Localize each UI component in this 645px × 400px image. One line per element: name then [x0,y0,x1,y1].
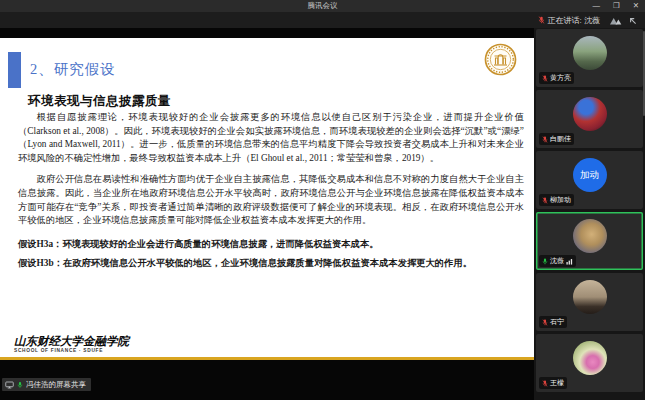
avatar [573,280,607,314]
close-button[interactable]: ✕ [633,0,639,12]
participant-name-chip: 王檬 [539,377,567,389]
avatar [573,36,607,70]
shared-screen-area: 2、研究假设 环境表现与信息披露质量 根据自愿披露理论，环境表现较好的企业会披露… [0,28,534,400]
avatar [573,341,607,375]
mic-muted-icon [542,75,548,82]
maximize-button[interactable]: ❐ [613,0,620,12]
collapse-arrow-icon[interactable] [628,16,637,25]
meeting-toolbar: 正在讲话: 沈薇 [0,12,645,28]
participant-tile[interactable]: 黄方亮 [536,29,643,87]
slide-section-title: 2、研究假设 [30,60,116,79]
toolbar-icons [609,15,637,25]
paragraph: 根据自愿披露理论，环境表现较好的企业会披露更多的环境信息以使自己区别于污染企业，… [18,111,524,165]
avatar [573,97,607,131]
window-titlebar: 腾讯会议 — ❐ ✕ [0,0,645,12]
speaking-indicator: 正在讲话: 沈薇 [538,15,600,26]
title-accent-block [8,52,21,88]
share-label: 冯佳浩的屏幕共享 [26,380,86,390]
participant-name-chip: 黄方亮 [539,72,574,84]
participant-name: 白鹏佳 [550,134,571,144]
avatar-initials: 加动 [580,169,599,182]
slide-gold-divider [0,357,534,361]
minimize-button[interactable]: — [592,0,600,12]
slide-body-text: 根据自愿披露理论，环境表现较好的企业会披露更多的环境信息以使自己区别于污染企业，… [18,111,524,273]
layout-icon[interactable] [609,15,622,25]
slide-footer: 山东财经大学金融学院 SCHOOL OF FINANCE · SDUFE [14,335,129,353]
participant-sidebar: 黄方亮 白鹏佳 加动 [534,28,645,400]
speaking-label: 正在讲话: 沈薇 [548,15,600,26]
participant-name: 黄方亮 [550,73,571,83]
mic-muted-icon [542,197,548,204]
participant-name: 沈薇 [550,256,564,266]
monitor-icon [5,381,14,389]
participant-name-chip: 白鹏佳 [539,133,574,145]
mic-muted-icon [542,136,548,143]
avatar [573,219,607,253]
presentation-slide: 2、研究假设 环境表现与信息披露质量 根据自愿披露理论，环境表现较好的企业会披露… [0,38,534,360]
screen-share-status-chip: 冯佳浩的屏幕共享 [2,378,91,391]
school-name-cn: 山东财经大学金融学院 [14,335,129,348]
mic-muted-icon [542,319,548,326]
participant-name-chip: 石宁 [539,316,567,328]
hypothesis-h3b: 假设H3b：在政府环境信息公开水平较低的地区，企业环境信息披露质量对降低权益资本… [18,255,524,273]
window-controls: — ❐ ✕ [592,0,639,12]
participant-name: 石宁 [550,317,564,327]
hypothesis-h3a: 假设H3a：环境表现较好的企业会进行高质量的环境信息披露，进而降低权益资本成本。 [18,236,524,254]
main-area: 2、研究假设 环境表现与信息披露质量 根据自愿披露理论，环境表现较好的企业会披露… [0,28,645,400]
participant-tile-speaking[interactable]: 沈薇 [536,212,643,270]
participant-tile[interactable]: 白鹏佳 [536,90,643,148]
mic-on-icon [17,381,23,389]
window-title: 腾讯会议 [0,0,645,12]
participant-name: 柳加动 [550,195,571,205]
participant-tile[interactable]: 王檬 [536,334,643,392]
university-seal-logo [484,43,517,76]
mic-on-icon [542,258,548,265]
mic-muted-icon [542,380,548,387]
participant-tile[interactable]: 石宁 [536,273,643,331]
paragraph: 政府公开信息在易读性和准确性方面均优于企业自主披露信息，其降低交易成本和信息不对… [18,173,524,227]
slide-heading: 环境表现与信息披露质量 [28,93,171,110]
participant-name-chip: 柳加动 [539,194,574,206]
school-name-en: SCHOOL OF FINANCE · SDUFE [14,348,129,353]
participant-tile[interactable]: 加动 柳加动 [536,151,643,209]
participant-name: 王檬 [550,378,564,388]
participant-name-chip: 沈薇 [539,255,576,267]
avatar: 加动 [573,158,607,192]
mic-muted-icon [538,16,545,24]
signal-bars-icon [566,258,573,265]
